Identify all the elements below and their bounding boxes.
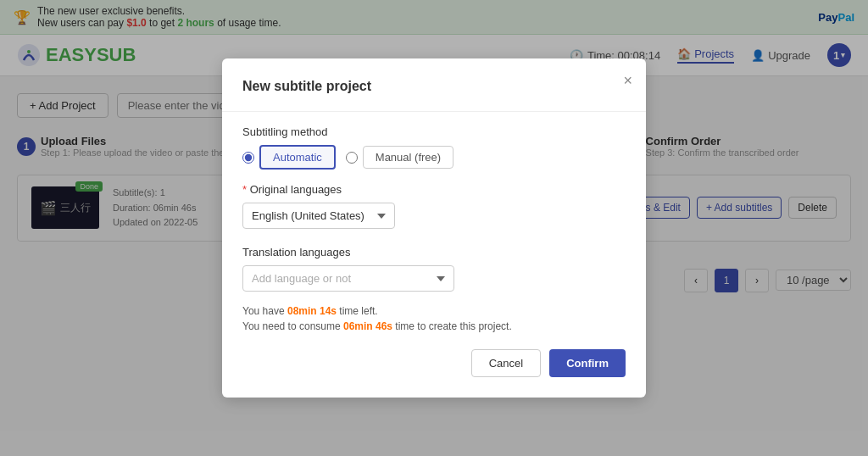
automatic-label: Automatic — [259, 145, 336, 170]
manual-label: Manual (free) — [363, 146, 453, 169]
subtitling-method-group: Automatic Manual (free) — [242, 145, 626, 170]
info2-suffix: time to create this project. — [392, 320, 512, 326]
automatic-option[interactable]: Automatic — [242, 145, 336, 170]
translation-lang-label: Translation languages — [242, 246, 626, 259]
modal-title: New subtitle project — [242, 79, 626, 94]
manual-radio[interactable] — [346, 152, 358, 164]
info1-time: 08min 14s — [287, 305, 337, 317]
subtitling-method-label: Subtitling method — [242, 125, 626, 138]
info1-prefix: You have — [242, 305, 287, 317]
modal-close-button[interactable]: × — [623, 72, 632, 90]
automatic-radio[interactable] — [242, 152, 254, 164]
translation-lang-select[interactable]: Add language or not — [242, 265, 454, 292]
info-text-1: You have 08min 14s time left. — [242, 305, 626, 317]
modal: New subtitle project × Subtitling method… — [222, 58, 646, 326]
original-lang-label: Original languages — [242, 183, 626, 196]
info2-time: 06min 46s — [343, 320, 392, 326]
manual-option[interactable]: Manual (free) — [346, 145, 453, 170]
modal-divider — [222, 111, 646, 112]
original-lang-select[interactable]: English (United States) — [242, 203, 395, 229]
info-text-2: You need to consume 06min 46s time to cr… — [242, 320, 626, 326]
info2-prefix: You need to consume — [242, 320, 343, 326]
modal-overlay: New subtitle project × Subtitling method… — [0, 0, 868, 326]
info1-suffix: time left. — [337, 305, 378, 317]
